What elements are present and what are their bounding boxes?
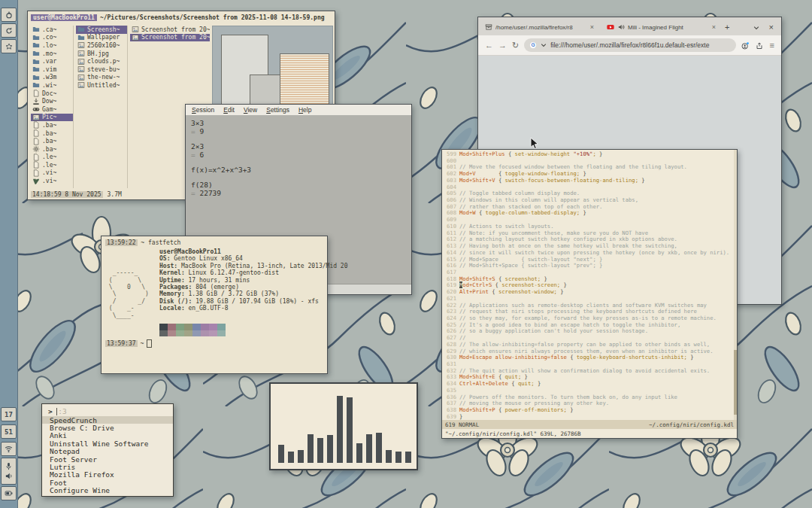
directory-item[interactable]: BH.jpg xyxy=(76,50,127,58)
place-item[interactable]: .le~ xyxy=(31,154,73,162)
chevron-down-icon[interactable] xyxy=(540,41,547,50)
place-item[interactable]: .vi~ xyxy=(31,169,73,178)
list-tabs-icon[interactable] xyxy=(748,23,765,32)
info-line: Packages: 804 (emerge) xyxy=(159,284,347,291)
url-bar[interactable]: G file:///home/user/.mozilla/firefox/r8l… xyxy=(524,38,735,52)
browser-tab[interactable]: /home/user/.mozilla/firefox/r8 × xyxy=(481,20,598,34)
place-item[interactable]: .var xyxy=(31,57,73,65)
tab-close-icon[interactable]: × xyxy=(711,23,717,31)
place-icon xyxy=(32,169,40,177)
prompt-line: 13:59:37 ~ xyxy=(105,339,323,348)
dock-button[interactable] xyxy=(1,8,17,22)
back-icon[interactable]: ← xyxy=(485,41,493,50)
directory-item[interactable]: clouds.p~ xyxy=(76,57,127,65)
tab-audio-icon[interactable] xyxy=(617,23,625,31)
launcher-item[interactable]: Notepad xyxy=(42,448,173,455)
directory-item[interactable]: steve-bu~ xyxy=(76,65,127,74)
window-close-icon[interactable]: × xyxy=(765,23,778,32)
directory-label: 2560x160~ xyxy=(87,42,120,49)
clock-hours: 17 xyxy=(1,407,17,421)
dock-button-network[interactable] xyxy=(1,442,17,456)
directory-item[interactable]: Untitled~ xyxy=(76,81,127,90)
places-column: .ca~ .co~ .lo~ .mo~ xyxy=(31,26,73,188)
account-icon[interactable] xyxy=(741,38,749,52)
launcher-item[interactable]: Lutris xyxy=(42,463,173,470)
place-item[interactable]: .ba~ xyxy=(31,137,73,145)
scrollbar-thumb[interactable] xyxy=(734,350,737,415)
dock: 17 51 xyxy=(0,0,18,508)
logo-line: \____- xyxy=(105,312,159,319)
launcher-item[interactable]: Foot Server xyxy=(42,455,173,463)
menu-item[interactable]: Settings xyxy=(266,106,289,114)
directory-item[interactable]: the-new-~ xyxy=(76,74,127,82)
launcher-item[interactable]: Configure Wine xyxy=(42,487,173,494)
menu-icon[interactable]: ≡ xyxy=(770,41,774,50)
dock-button[interactable] xyxy=(1,23,17,38)
info-line: Kernel: Linux 6.12.47-gentoo-dist xyxy=(159,269,347,276)
place-item[interactable]: .vi~ xyxy=(31,177,73,185)
browser-tab[interactable]: Mili - Imagined Flight × xyxy=(603,20,720,34)
editor-line: 634Ctrl+Alt+Delete { quit; } xyxy=(442,381,737,388)
place-item[interactable]: .ba~ xyxy=(31,121,73,129)
fastfetch-terminal-window[interactable]: 13:59:22 ~ fastfetch _-----_ ( \ \ 0 \ \… xyxy=(101,236,328,374)
info-line: Disk (/): 19.88 GiB / 107.94 GiB (18%) -… xyxy=(159,298,347,305)
place-icon xyxy=(32,161,40,169)
directory-item[interactable]: 2560x160~ xyxy=(76,41,127,50)
place-item[interactable]: .w3m xyxy=(31,74,73,82)
statusline-mode: 619 NORMAL xyxy=(445,421,479,428)
new-tab-button[interactable]: + xyxy=(720,23,734,32)
directory-item[interactable]: Screensh~ xyxy=(76,26,127,34)
palette-swatch xyxy=(168,324,176,336)
launcher-item[interactable]: Browse C: Drive xyxy=(42,424,173,431)
menu-item[interactable]: Help xyxy=(298,106,311,114)
directory-label: steve-bu~ xyxy=(87,66,120,73)
place-item[interactable]: .lo~ xyxy=(31,41,73,50)
place-icon xyxy=(32,121,40,129)
reload-icon[interactable]: ↻ xyxy=(512,41,519,50)
editor-text-area[interactable]: 599Mod+Shift+Plus { set-window-height "+… xyxy=(442,150,737,420)
editor-scrollbar[interactable] xyxy=(734,150,737,420)
menu-item[interactable]: Edit xyxy=(223,106,235,114)
file-item[interactable]: Screenshot from 20~ xyxy=(130,26,210,34)
forward-icon[interactable]: → xyxy=(498,41,507,50)
info-value: en_GB.UTF-8 xyxy=(185,305,229,312)
launcher-item[interactable]: SpeedCrunch xyxy=(42,416,173,424)
directory-item[interactable]: Wallpaper xyxy=(76,34,127,42)
dock-button-audio[interactable] xyxy=(1,458,17,485)
menu-item[interactable]: Session xyxy=(192,106,214,114)
palette-swatch xyxy=(201,324,209,336)
place-item[interactable]: .ba~ xyxy=(31,129,73,138)
place-item[interactable]: Pic~ xyxy=(31,114,73,122)
place-item[interactable]: Dow~ xyxy=(31,97,73,105)
share-icon[interactable] xyxy=(756,38,763,52)
chart-bar xyxy=(347,397,353,463)
place-item[interactable]: Doc~ xyxy=(31,90,73,98)
place-icon xyxy=(32,98,40,105)
launcher-item[interactable]: Anki xyxy=(42,432,173,440)
logo-line: / _/ xyxy=(105,298,159,305)
chart-bar xyxy=(386,450,392,463)
launcher-item[interactable]: Foot xyxy=(42,479,173,486)
menu-item[interactable]: View xyxy=(244,106,257,114)
dock-button[interactable] xyxy=(1,39,17,53)
place-item[interactable]: .mo~ xyxy=(31,50,73,58)
launcher-item-label: Configure Wine xyxy=(50,486,110,494)
launcher-item[interactable]: Uninstall Wine Software xyxy=(42,440,173,447)
info-label: OS: xyxy=(159,255,170,262)
place-item[interactable]: .wi~ xyxy=(31,81,73,90)
search-engine-icon[interactable]: G xyxy=(529,41,537,50)
place-item[interactable]: .ba~ xyxy=(31,145,73,154)
history-result: 9 xyxy=(199,127,204,135)
place-item[interactable]: Gam~ xyxy=(31,105,73,114)
place-item[interactable]: .vim xyxy=(31,65,73,74)
text-caret xyxy=(56,408,58,415)
place-item[interactable]: .co~ xyxy=(31,34,73,42)
fetch-host-title: user@MacBookPro11 xyxy=(159,248,347,255)
place-item[interactable]: .le~ xyxy=(31,161,73,169)
launcher-input[interactable]: > :3 xyxy=(42,406,173,416)
place-item[interactable]: .ca~ xyxy=(31,26,73,34)
tab-close-icon[interactable]: × xyxy=(589,23,595,31)
launcher-item[interactable]: Mozilla Firefox xyxy=(42,471,173,479)
file-item[interactable]: Screenshot from 20~ xyxy=(130,34,210,42)
dock-button-battery[interactable] xyxy=(1,486,17,500)
